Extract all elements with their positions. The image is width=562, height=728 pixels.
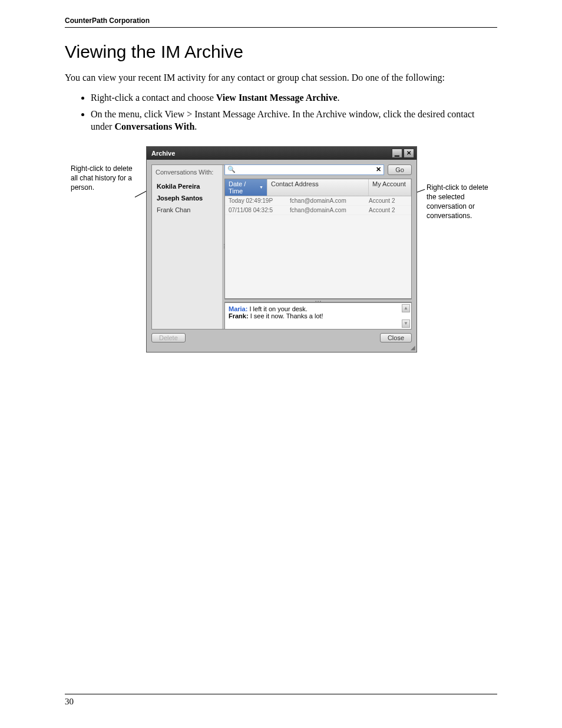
- page-number: 30: [65, 697, 497, 707]
- instruction-item: On the menu, click View > Instant Messag…: [91, 108, 497, 133]
- text-span: .: [338, 93, 340, 103]
- footer-rule: [65, 694, 497, 694]
- clear-search-icon[interactable]: ✕: [376, 166, 381, 173]
- message-sender: Maria: [229, 305, 246, 312]
- table-header: Date / Time▼ Contact Address My Account: [225, 179, 411, 196]
- resize-grip-icon[interactable]: ◢: [411, 344, 415, 351]
- conversation-table: Date / Time▼ Contact Address My Account …: [224, 179, 412, 299]
- text-span: Right-click a contact and choose: [91, 93, 216, 103]
- bold-text: Conversations With: [114, 121, 194, 131]
- window-body: Conversations With: Kokila Pereira Josep…: [147, 160, 416, 352]
- window-footer: Delete Close: [151, 330, 412, 342]
- sort-icon: ▼: [259, 185, 263, 189]
- intro-paragraph: You can view your recent IM activity for…: [65, 73, 497, 83]
- contacts-panel: Conversations With: Kokila Pereira Josep…: [151, 164, 222, 330]
- cell-date: 07/11/08 04:32:5: [225, 207, 290, 213]
- message-sender: Frank: [229, 312, 246, 319]
- titlebar[interactable]: Archive ▁ ✕: [147, 147, 416, 160]
- cell-account: Account 2: [369, 197, 411, 204]
- contact-item[interactable]: Frank Chan: [152, 204, 222, 216]
- column-contact[interactable]: Contact Address: [267, 179, 369, 196]
- table-row[interactable]: 07/11/08 04:32:5 fchan@domainA.com Accou…: [225, 206, 411, 215]
- column-date[interactable]: Date / Time▼: [225, 179, 267, 196]
- instruction-list: Right-click a contact and choose View In…: [65, 91, 497, 133]
- scrollbar[interactable]: ▲ ▼: [402, 304, 410, 328]
- conversation-panel: 🔍 ✕ Go Date / Time▼ Contact Address My A…: [224, 164, 412, 330]
- text-span: .: [194, 121, 197, 131]
- doc-header: CounterPath Corporation: [65, 17, 497, 25]
- archive-window: Archive ▁ ✕ Conversations With: Kokila P…: [146, 146, 417, 353]
- header-rule: [65, 27, 497, 28]
- delete-button[interactable]: Delete: [151, 333, 186, 342]
- contact-item[interactable]: Kokila Pereira: [152, 180, 222, 192]
- go-button[interactable]: Go: [388, 164, 412, 175]
- cell-date: Today 02:49:19P: [225, 197, 290, 204]
- conversations-with-label: Conversations With:: [152, 165, 222, 179]
- message-line: Maria: I left it on your desk.: [229, 305, 408, 312]
- page-title: Viewing the IM Archive: [65, 42, 497, 62]
- scroll-up-icon[interactable]: ▲: [402, 304, 410, 312]
- contact-list: Kokila Pereira Joseph Santos Frank Chan: [152, 179, 222, 216]
- scroll-down-icon[interactable]: ▼: [402, 319, 410, 328]
- search-icon: 🔍: [227, 166, 236, 173]
- figure-wrapper: Right-click to delete all chat history f…: [65, 146, 497, 358]
- message-view: Maria: I left it on your desk. Frank: I …: [224, 302, 412, 330]
- close-dialog-button[interactable]: Close: [380, 333, 412, 342]
- column-account[interactable]: My Account: [369, 179, 411, 196]
- callout-right: Right-click to delete the selected conve…: [427, 183, 492, 221]
- cell-account: Account 2: [369, 207, 411, 213]
- close-button[interactable]: ✕: [404, 149, 414, 158]
- column-label: Date / Time: [229, 180, 257, 195]
- instruction-item: Right-click a contact and choose View In…: [91, 91, 497, 104]
- bold-text: View Instant Message Archive: [216, 93, 338, 103]
- page-footer: 30: [65, 694, 497, 707]
- search-row: 🔍 ✕ Go: [224, 164, 412, 179]
- cell-contact: fchan@domainA.com: [290, 197, 369, 204]
- table-body: Today 02:49:19P fchan@domainA.com Accoun…: [225, 196, 411, 298]
- window-title: Archive: [151, 150, 175, 157]
- search-input[interactable]: 🔍 ✕: [224, 164, 384, 175]
- cell-contact: fchan@domainA.com: [290, 207, 369, 213]
- table-row[interactable]: Today 02:49:19P fchan@domainA.com Accoun…: [225, 196, 411, 206]
- minimize-button[interactable]: ▁: [392, 149, 402, 158]
- message-line: Frank: I see it now. Thanks a lot!: [229, 312, 408, 319]
- contact-item[interactable]: Joseph Santos: [152, 192, 222, 204]
- callout-left: Right-click to delete all chat history f…: [71, 164, 140, 193]
- message-text: I see it now. Thanks a lot!: [250, 312, 323, 319]
- message-text: I left it on your desk.: [249, 305, 307, 312]
